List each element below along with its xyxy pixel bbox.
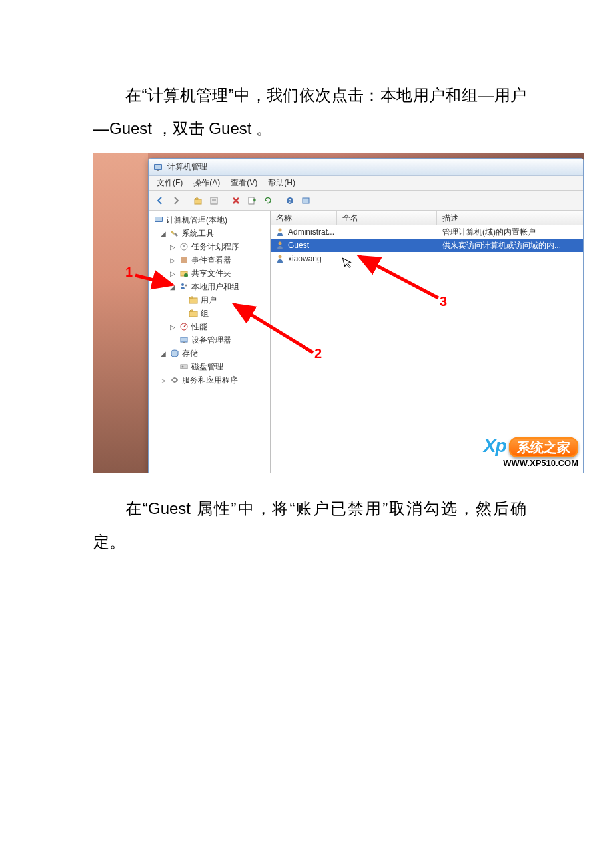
svg-rect-10 bbox=[303, 198, 309, 203]
refresh-button[interactable] bbox=[261, 193, 275, 208]
toolbar-separator bbox=[187, 195, 187, 207]
tree-label: 用户 bbox=[201, 295, 217, 306]
up-button[interactable] bbox=[191, 193, 205, 208]
user-row-administrator[interactable]: Administrat... 管理计算机(域)的内置帐户 bbox=[271, 225, 583, 239]
storage-icon bbox=[169, 348, 180, 359]
tree-label: 服务和应用程序 bbox=[182, 375, 238, 386]
svg-point-28 bbox=[173, 378, 177, 382]
user-row-xiaowang[interactable]: xiaowang bbox=[271, 252, 583, 265]
tree-collapse-icon[interactable]: ◢ bbox=[159, 350, 167, 357]
forward-button[interactable] bbox=[169, 193, 183, 208]
menu-action[interactable]: 操作(A) bbox=[188, 176, 225, 190]
window-titlebar[interactable]: 计算机管理 bbox=[149, 159, 583, 176]
tree-performance[interactable]: ▷ 性能 bbox=[150, 320, 269, 333]
watermark-logo: Xp bbox=[484, 435, 506, 456]
navigation-tree[interactable]: 计算机管理(本地) ◢ 系统工具 ▷ 任务计划程序 ▷ 事件查看器 bbox=[149, 211, 271, 473]
properties-button[interactable] bbox=[207, 193, 221, 208]
users-groups-icon bbox=[179, 281, 189, 292]
toolbar-separator bbox=[225, 195, 225, 207]
menu-bar: 文件(F) 操作(A) 查看(V) 帮助(H) bbox=[149, 176, 583, 191]
action-center-button[interactable] bbox=[299, 193, 313, 208]
annotation-number-2: 2 bbox=[314, 346, 322, 361]
tree-expand-icon[interactable]: ▷ bbox=[169, 243, 177, 251]
menu-file[interactable]: 文件(F) bbox=[151, 176, 188, 190]
menu-help[interactable]: 帮助(H) bbox=[263, 176, 301, 190]
svg-point-29 bbox=[279, 229, 282, 232]
svg-point-17 bbox=[184, 273, 188, 277]
svg-rect-12 bbox=[155, 217, 162, 221]
tree-collapse-icon[interactable]: ◢ bbox=[159, 230, 167, 237]
app-icon bbox=[153, 162, 163, 173]
column-name[interactable]: 名称 bbox=[271, 211, 337, 225]
services-icon bbox=[169, 375, 180, 385]
tree-storage[interactable]: ◢ 存储 bbox=[150, 347, 269, 360]
tree-root[interactable]: 计算机管理(本地) bbox=[150, 213, 269, 227]
user-icon bbox=[275, 253, 285, 264]
delete-button[interactable] bbox=[229, 193, 243, 208]
desktop-background-strip bbox=[93, 153, 148, 473]
device-icon bbox=[179, 335, 189, 345]
tree-event-viewer[interactable]: ▷ 事件查看器 bbox=[150, 253, 269, 267]
tree-label: 计算机管理(本地) bbox=[166, 215, 227, 226]
screenshot-embed: 计算机管理 文件(F) 操作(A) 查看(V) 帮助(H) bbox=[93, 153, 584, 473]
tree-device-manager[interactable]: 设备管理器 bbox=[150, 333, 269, 347]
disk-icon bbox=[179, 361, 189, 372]
user-row-guest[interactable]: Guest 供来宾访问计算机或访问域的内... bbox=[271, 239, 583, 252]
tree-local-users-groups[interactable]: ◢ 本地用户和组 bbox=[150, 280, 269, 293]
tree-expand-icon[interactable]: ▷ bbox=[169, 323, 177, 331]
tree-label: 磁盘管理 bbox=[191, 361, 223, 373]
export-button[interactable] bbox=[245, 193, 259, 208]
menu-view[interactable]: 查看(V) bbox=[225, 176, 263, 190]
svg-rect-2 bbox=[157, 170, 159, 171]
event-icon bbox=[179, 255, 189, 265]
svg-rect-21 bbox=[189, 311, 197, 317]
svg-rect-24 bbox=[183, 342, 185, 343]
user-name: xiaowang bbox=[288, 254, 342, 263]
column-description[interactable]: 描述 bbox=[437, 211, 583, 225]
svg-rect-15 bbox=[181, 257, 187, 263]
svg-text:?: ? bbox=[289, 198, 292, 204]
column-fullname[interactable]: 全名 bbox=[337, 211, 437, 225]
help-button[interactable]: ? bbox=[283, 193, 297, 208]
annotation-number-1: 1 bbox=[125, 265, 133, 280]
toolbar-separator bbox=[279, 195, 279, 207]
tree-label: 设备管理器 bbox=[191, 335, 231, 346]
user-description: 管理计算机(域)的内置帐户 bbox=[442, 227, 583, 238]
tree-expand-icon[interactable]: ▷ bbox=[159, 377, 167, 384]
watermark-url: WWW.XP510.COM bbox=[484, 458, 578, 468]
tree-groups-folder[interactable]: 组 bbox=[150, 307, 269, 320]
tree-task-scheduler[interactable]: ▷ 任务计划程序 bbox=[150, 240, 269, 253]
users-list-pane: 名称 全名 描述 Administrat... 管理计算机(域)的内置帐户 Gu… bbox=[271, 211, 583, 473]
svg-rect-7 bbox=[249, 197, 254, 204]
tree-label: 任务计划程序 bbox=[191, 241, 239, 253]
user-description: 供来宾访问计算机或访问域的内... bbox=[442, 240, 583, 251]
tree-collapse-icon[interactable]: ◢ bbox=[169, 283, 177, 291]
tree-expand-icon[interactable]: ▷ bbox=[169, 257, 177, 264]
tree-label: 系统工具 bbox=[182, 228, 214, 239]
svg-point-19 bbox=[185, 285, 187, 287]
svg-point-18 bbox=[181, 283, 184, 286]
back-button[interactable] bbox=[153, 193, 167, 208]
tree-system-tools[interactable]: ◢ 系统工具 bbox=[150, 227, 269, 240]
svg-rect-23 bbox=[181, 337, 187, 342]
user-icon bbox=[275, 227, 285, 237]
svg-point-31 bbox=[279, 255, 282, 259]
tree-services-apps[interactable]: ▷ 服务和应用程序 bbox=[150, 373, 269, 387]
clock-icon bbox=[179, 241, 189, 252]
svg-rect-1 bbox=[155, 165, 161, 169]
instruction-paragraph-2: 在“Guest 属性”中，将“账户已禁用”取消勾选，然后确定。 bbox=[93, 492, 526, 559]
tree-expand-icon[interactable]: ▷ bbox=[169, 270, 177, 277]
annotation-number-3: 3 bbox=[440, 294, 447, 309]
folder-icon bbox=[188, 295, 199, 305]
tree-users-folder[interactable]: 用户 bbox=[150, 293, 269, 307]
tree-label: 组 bbox=[201, 308, 209, 319]
content-area: 计算机管理(本地) ◢ 系统工具 ▷ 任务计划程序 ▷ 事件查看器 bbox=[149, 211, 583, 473]
tree-label: 事件查看器 bbox=[191, 255, 231, 266]
tree-shared-folders[interactable]: ▷ 共享文件夹 bbox=[150, 267, 269, 280]
window-title-text: 计算机管理 bbox=[167, 161, 207, 173]
user-name: Administrat... bbox=[288, 227, 342, 237]
tree-label: 性能 bbox=[191, 321, 207, 333]
tree-label: 本地用户和组 bbox=[191, 281, 239, 293]
watermark: Xp 系统之家 WWW.XP510.COM bbox=[484, 435, 578, 468]
tree-disk-management[interactable]: 磁盘管理 bbox=[150, 360, 269, 373]
